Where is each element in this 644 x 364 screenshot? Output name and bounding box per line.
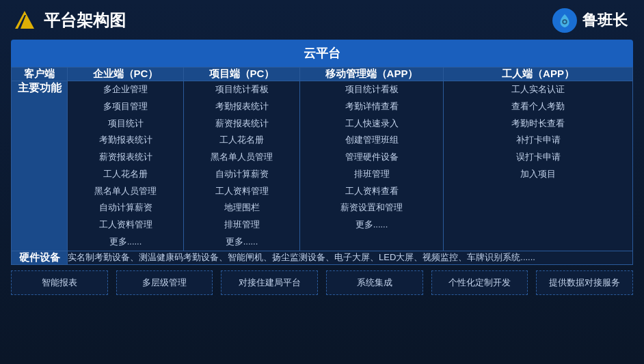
worker-functions-cell: 工人实名认证 查看个人考勤 考勤时长查看 补打卡申请 误打卡申请 加入项目 xyxy=(444,81,633,251)
page-title: 平台架构图 xyxy=(44,10,126,31)
list-item: 查看个人考勤 xyxy=(444,98,632,115)
list-item: 多企业管理 xyxy=(68,81,183,98)
list-item: 多项目管理 xyxy=(68,98,183,115)
list-item: 补打卡申请 xyxy=(444,132,632,149)
list-item: 考勤详情查看 xyxy=(300,98,443,115)
list-item: 薪资报表统计 xyxy=(68,149,183,166)
enterprise-functions-cell: 多企业管理 多项目管理 项目统计 考勤报表统计 薪资报表统计 工人花名册 黑名单… xyxy=(68,81,184,251)
list-item: 自动计算薪资 xyxy=(68,199,183,216)
page-wrapper: 平台架构图 鲁班长 云平台 客户端 xyxy=(0,0,644,364)
list-item: 考勤报表统计 xyxy=(68,132,183,149)
feature-system-integration: 系统集成 xyxy=(326,270,423,295)
feature-smart-report: 智能报表 xyxy=(11,270,108,295)
svg-point-4 xyxy=(563,20,566,23)
list-item: 创建管理班组 xyxy=(300,132,443,149)
mobile-functions-list: 项目统计看板 考勤详情查看 工人快速录入 创建管理班组 管理硬件设备 排班管理 … xyxy=(300,81,443,234)
list-item: 更多...... xyxy=(300,216,443,234)
col-mobile: 移动管理端（APP） xyxy=(300,68,444,81)
main-content: 云平台 客户端 企业端（PC） 项目端（PC） 移动管理端（APP） 工人端（A… xyxy=(0,40,644,302)
main-function-row: 主要功能 多企业管理 多项目管理 项目统计 考勤报表统计 薪资报表统计 工人花名… xyxy=(12,81,633,251)
list-item: 黑名单人员管理 xyxy=(184,149,299,166)
list-item: 加入项目 xyxy=(444,166,632,183)
list-item: 黑名单人员管理 xyxy=(68,183,183,200)
bottom-features-row: 智能报表 多层级管理 对接住建局平台 系统集成 个性化定制开发 提供数据对接服务 xyxy=(11,270,633,295)
feature-multilevel: 多层级管理 xyxy=(116,270,213,295)
project-functions-cell: 项目统计看板 考勤报表统计 薪资报表统计 工人花名册 黑名单人员管理 自动计算薪… xyxy=(184,81,300,251)
svg-marker-0 xyxy=(15,11,34,29)
list-item: 工人资料管理 xyxy=(184,183,299,200)
list-item: 工人资料查看 xyxy=(300,183,443,200)
list-item: 工人花名册 xyxy=(184,132,299,149)
feature-custom-dev: 个性化定制开发 xyxy=(431,270,528,295)
worker-functions-list: 工人实名认证 查看个人考勤 考勤时长查看 补打卡申请 误打卡申请 加入项目 xyxy=(444,81,632,183)
list-item: 薪资设置和管理 xyxy=(300,199,443,216)
list-item: 自动计算薪资 xyxy=(184,166,299,183)
brand-logo-icon xyxy=(552,8,577,33)
mobile-functions-cell: 项目统计看板 考勤详情查看 工人快速录入 创建管理班组 管理硬件设备 排班管理 … xyxy=(300,81,444,251)
list-item: 考勤报表统计 xyxy=(184,98,299,115)
list-item: 排班管理 xyxy=(300,166,443,183)
header: 平台架构图 鲁班长 xyxy=(0,0,644,40)
enterprise-functions-list: 多企业管理 多项目管理 项目统计 考勤报表统计 薪资报表统计 工人花名册 黑名单… xyxy=(68,81,183,251)
list-item: 考勤时长查看 xyxy=(444,115,632,132)
list-item: 更多...... xyxy=(184,234,299,251)
logo-icon xyxy=(11,8,36,33)
feature-data-service: 提供数据对接服务 xyxy=(536,270,633,295)
col-client: 客户端 xyxy=(12,68,68,81)
platform-table: 客户端 企业端（PC） 项目端（PC） 移动管理端（APP） 工人端（APP） … xyxy=(11,67,633,265)
list-item: 排班管理 xyxy=(184,216,299,234)
list-item: 工人快速录入 xyxy=(300,115,443,132)
list-item: 工人实名认证 xyxy=(444,81,632,98)
brand-name: 鲁班长 xyxy=(582,10,628,31)
cloud-platform-banner: 云平台 xyxy=(11,40,633,67)
hardware-row: 硬件设备 实名制考勤设备、测温健康码考勤设备、智能闸机、扬尘监测设备、电子大屏、… xyxy=(12,251,633,264)
hardware-label: 硬件设备 xyxy=(12,251,68,264)
main-function-label: 主要功能 xyxy=(12,81,68,251)
list-item: 工人资料管理 xyxy=(68,216,183,234)
col-enterprise: 企业端（PC） xyxy=(68,68,184,81)
list-item: 地理围栏 xyxy=(184,199,299,216)
list-item: 更多...... xyxy=(68,234,183,251)
header-left: 平台架构图 xyxy=(11,8,126,33)
list-item: 项目统计 xyxy=(68,115,183,132)
list-item: 工人花名册 xyxy=(68,166,183,183)
feature-gov-platform: 对接住建局平台 xyxy=(221,270,318,295)
project-functions-list: 项目统计看板 考勤报表统计 薪资报表统计 工人花名册 黑名单人员管理 自动计算薪… xyxy=(184,81,299,251)
col-project: 项目端（PC） xyxy=(184,68,300,81)
col-worker: 工人端（APP） xyxy=(444,68,633,81)
list-item: 项目统计看板 xyxy=(184,81,299,98)
column-header-row: 客户端 企业端（PC） 项目端（PC） 移动管理端（APP） 工人端（APP） xyxy=(12,68,633,81)
list-item: 误打卡申请 xyxy=(444,149,632,166)
list-item: 管理硬件设备 xyxy=(300,149,443,166)
list-item: 项目统计看板 xyxy=(300,81,443,98)
brand-right: 鲁班长 xyxy=(552,8,628,33)
hardware-content: 实名制考勤设备、测温健康码考勤设备、智能闸机、扬尘监测设备、电子大屏、LED大屏… xyxy=(68,251,633,264)
list-item: 薪资报表统计 xyxy=(184,115,299,132)
